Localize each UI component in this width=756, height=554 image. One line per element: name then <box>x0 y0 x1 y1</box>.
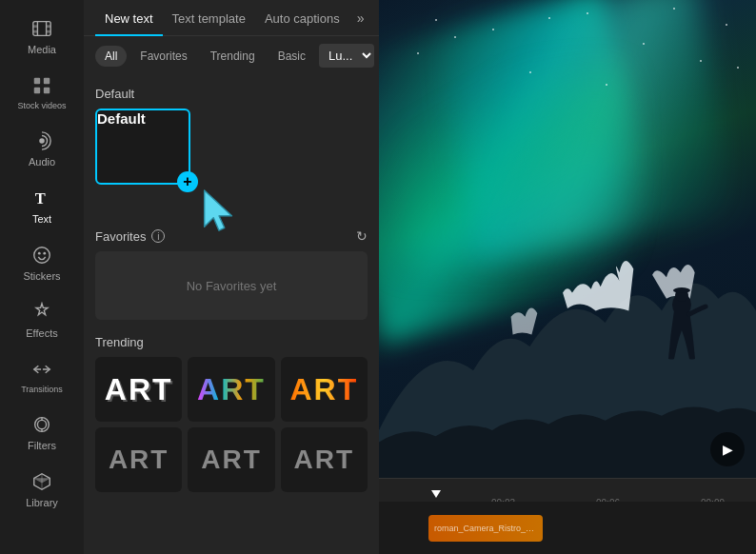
sidebar-item-label: Text <box>32 213 51 225</box>
sidebar-item-label: Stock videos <box>17 101 66 110</box>
art-colorful-label: ART <box>197 372 266 407</box>
person-silhouette <box>653 287 710 383</box>
filter-all[interactable]: All <box>95 46 127 67</box>
transition-icon <box>30 358 53 381</box>
filter-trending[interactable]: Trending <box>201 46 265 67</box>
box-icon <box>30 470 53 493</box>
svg-rect-6 <box>47 30 51 33</box>
trending-bottom-label-3: ART <box>294 445 355 475</box>
sticker-icon <box>30 244 53 267</box>
sidebar-item-text[interactable]: T Text <box>0 177 84 234</box>
trending-label: Trending <box>95 335 368 349</box>
panel-tabs: New text Text template Auto captions » <box>84 0 379 36</box>
svg-point-14 <box>38 252 41 255</box>
sidebar-item-stock-videos[interactable]: Stock videos <box>0 65 84 120</box>
sidebar-item-label: Media <box>28 44 56 55</box>
sidebar-item-effects[interactable]: Effects <box>0 291 84 348</box>
default-text-card[interactable]: Default + <box>95 109 190 185</box>
tabs-more-button[interactable]: » <box>349 3 372 33</box>
panel-content: Default Default + Favorites i ↻ No Favor… <box>84 75 379 554</box>
play-button[interactable]: ▶ <box>710 432 745 466</box>
sidebar-item-filters[interactable]: Filters <box>0 404 84 461</box>
art-white-label: ART <box>105 372 173 407</box>
text-icon: T <box>30 187 53 209</box>
sidebar-item-label: Library <box>26 497 58 508</box>
filter-icon <box>30 413 53 436</box>
default-card-label: Default <box>97 110 146 127</box>
sidebar-item-stickers[interactable]: Stickers <box>0 234 84 291</box>
trending-bottom-label-1: ART <box>109 445 169 475</box>
sidebar-item-media[interactable]: Media <box>0 8 84 65</box>
playhead-triangle <box>431 490 441 498</box>
favorites-title: Favorites i <box>95 229 165 244</box>
add-default-button[interactable]: + <box>177 171 198 192</box>
sidebar: Media Stock videos Audio T Text Stickers… <box>0 0 84 554</box>
main-area: ▶ 00:03 00:06 00:09 roman_Camera_Ristro_… <box>379 0 756 554</box>
play-icon: ▶ <box>723 442 733 457</box>
track-clip-label: roman_Camera_Ristro_Looking At Camera_By… <box>434 524 537 533</box>
favorites-section: Favorites i ↻ No Favorites yet <box>95 228 368 320</box>
trending-item-art-white[interactable]: ART <box>95 357 182 422</box>
favorites-empty: No Favorites yet <box>95 251 368 320</box>
trending-grid: ART ART ART ART ART ART <box>95 357 368 492</box>
sidebar-item-library[interactable]: Library <box>0 461 84 518</box>
sidebar-item-label: Stickers <box>23 270 60 282</box>
grid-icon <box>30 74 53 97</box>
text-panel: New text Text template Auto captions » A… <box>84 0 379 554</box>
video-background <box>379 0 756 478</box>
svg-rect-5 <box>33 30 38 33</box>
svg-rect-8 <box>44 78 50 84</box>
trending-item-art-orange[interactable]: ART <box>281 357 368 422</box>
sidebar-item-label: Effects <box>26 327 57 339</box>
svg-point-16 <box>37 420 46 428</box>
tab-auto-captions[interactable]: Auto captions <box>255 0 349 35</box>
art-orange-label: ART <box>289 372 358 407</box>
favorites-info-icon[interactable]: i <box>151 229 165 243</box>
svg-point-15 <box>43 252 46 255</box>
video-preview: ▶ <box>379 0 756 478</box>
svg-rect-0 <box>33 22 50 36</box>
filter-favorites[interactable]: Favorites <box>130 46 196 67</box>
tab-new-text[interactable]: New text <box>95 0 163 35</box>
track-clip[interactable]: roman_Camera_Ristro_Looking At Camera_By… <box>428 515 543 542</box>
film-icon <box>30 17 53 40</box>
cursor-arrow-icon <box>200 188 238 234</box>
svg-marker-20 <box>205 190 232 230</box>
sidebar-item-label: Filters <box>28 440 56 451</box>
refresh-icon[interactable]: ↻ <box>356 228 368 244</box>
svg-rect-24 <box>676 288 687 292</box>
filter-basic[interactable]: Basic <box>269 46 315 67</box>
audio-icon <box>30 129 53 152</box>
favorites-header: Favorites i ↻ <box>95 228 368 244</box>
trending-bottom-label-2: ART <box>201 445 262 475</box>
svg-rect-9 <box>34 88 40 93</box>
trending-item-bottom-1[interactable]: ART <box>95 427 182 492</box>
timeline-tracks: roman_Camera_Ristro_Looking At Camera_By… <box>379 502 756 554</box>
timeline: 00:03 00:06 00:09 roman_Camera_Ristro_Lo… <box>379 478 756 554</box>
sidebar-item-transitions[interactable]: Transitions <box>0 348 84 404</box>
trending-item-art-colorful[interactable]: ART <box>188 357 274 422</box>
svg-text:T: T <box>35 189 46 208</box>
sidebar-item-label: Audio <box>29 156 55 168</box>
default-section-label: Default <box>95 87 368 101</box>
filter-bar: All Favorites Trending Basic Lu... <box>84 36 379 75</box>
svg-rect-3 <box>33 25 38 28</box>
tab-text-template[interactable]: Text template <box>163 0 255 35</box>
svg-rect-10 <box>44 88 50 93</box>
trending-item-bottom-3[interactable]: ART <box>281 427 368 492</box>
stars-layer <box>379 0 756 239</box>
sidebar-item-audio[interactable]: Audio <box>0 120 84 177</box>
sparkle-icon <box>30 301 53 324</box>
svg-point-11 <box>39 138 45 144</box>
filter-more-dropdown[interactable]: Lu... <box>319 44 374 68</box>
svg-rect-4 <box>47 25 51 28</box>
timeline-ruler: 00:03 00:06 00:09 <box>379 479 756 502</box>
sidebar-item-label: Transitions <box>21 385 63 394</box>
svg-point-13 <box>34 247 50 264</box>
trending-item-bottom-2[interactable]: ART <box>188 427 274 492</box>
trending-section: Trending ART ART ART ART ART <box>95 335 368 492</box>
svg-rect-7 <box>34 78 40 84</box>
